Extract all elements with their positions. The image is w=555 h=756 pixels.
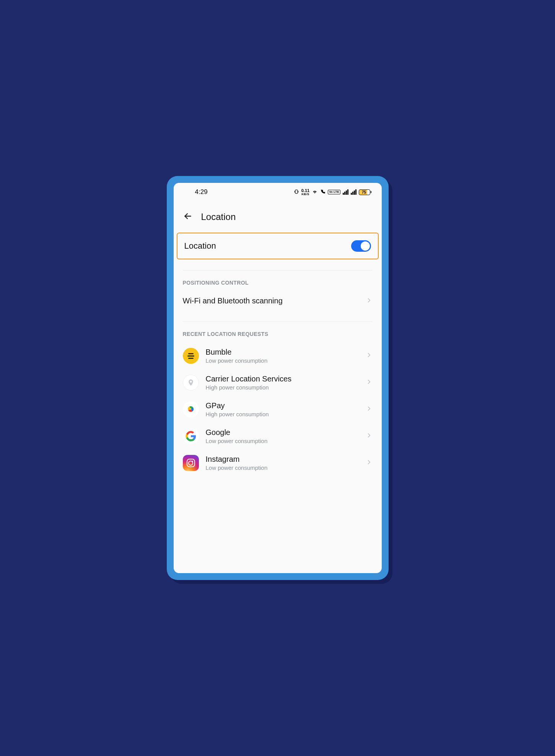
signal-2-icon [351, 189, 356, 195]
chevron-right-icon [366, 459, 373, 467]
row-title: Bumble [206, 348, 359, 357]
page-header: Location [174, 200, 382, 233]
section-header-positioning: POSITIONING CONTROL [174, 280, 382, 291]
divider [183, 321, 373, 322]
net-speed: 0.11 KB/S [301, 189, 309, 196]
screen: 4:29 0.11 KB/S Vo LTE 75 [174, 183, 382, 573]
location-toggle-switch[interactable] [351, 240, 371, 252]
row-wifi-bt-scanning[interactable]: Wi-Fi and Bluetooth scanning [174, 291, 382, 311]
location-toggle-row[interactable]: Location [177, 233, 379, 259]
volte-icon: Vo LTE [328, 190, 340, 194]
location-pin-icon [183, 375, 199, 391]
back-icon[interactable] [183, 211, 193, 223]
signal-1-icon [343, 189, 348, 195]
row-subtitle: High power consumption [206, 411, 359, 417]
clock: 4:29 [195, 188, 208, 196]
wifi-calling-icon [320, 189, 326, 195]
bumble-icon [183, 348, 199, 364]
row-app-google[interactable]: Google Low power consumption [174, 423, 382, 450]
row-title: Carrier Location Services [206, 375, 359, 383]
page-title: Location [201, 212, 236, 222]
status-indicators: 0.11 KB/S Vo LTE 75 [294, 189, 370, 196]
chevron-right-icon [366, 352, 373, 360]
chevron-right-icon [366, 297, 373, 305]
section-header-recent: RECENT LOCATION REQUESTS [174, 331, 382, 342]
row-subtitle: Low power consumption [206, 464, 359, 471]
divider [183, 270, 373, 270]
battery-indicator: 75 [359, 189, 370, 195]
google-icon [183, 428, 199, 444]
gpay-icon [183, 401, 199, 417]
row-subtitle: Low power consumption [206, 357, 359, 364]
row-title: Wi-Fi and Bluetooth scanning [183, 297, 366, 305]
row-app-bumble[interactable]: Bumble Low power consumption [174, 342, 382, 369]
row-app-carrier-location[interactable]: Carrier Location Services High power con… [174, 369, 382, 396]
svg-rect-0 [295, 190, 298, 193]
status-bar: 4:29 0.11 KB/S Vo LTE 75 [174, 183, 382, 200]
row-title: GPay [206, 401, 359, 410]
row-subtitle: Low power consumption [206, 438, 359, 444]
location-toggle-label: Location [184, 241, 216, 251]
vibrate-icon [294, 189, 299, 195]
row-title: Instagram [206, 455, 359, 464]
phone-frame: 4:29 0.11 KB/S Vo LTE 75 [167, 176, 389, 580]
row-title: Google [206, 428, 359, 437]
instagram-icon [183, 455, 199, 471]
row-app-gpay[interactable]: GPay High power consumption [174, 396, 382, 423]
wifi-icon [312, 189, 318, 195]
chevron-right-icon [366, 378, 373, 387]
chevron-right-icon [366, 432, 373, 440]
chevron-right-icon [366, 405, 373, 414]
row-app-instagram[interactable]: Instagram Low power consumption [174, 450, 382, 476]
row-subtitle: High power consumption [206, 384, 359, 391]
